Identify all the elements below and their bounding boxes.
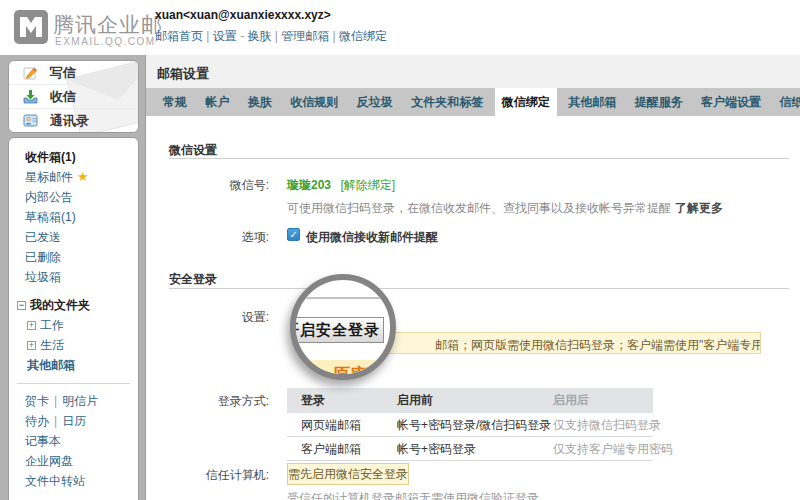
sidebar-item-announcements[interactable]: 内部公告	[9, 188, 138, 206]
compose-label: 写信	[50, 65, 76, 80]
nav-manage-mail[interactable]: 管理邮箱	[281, 29, 329, 43]
table-row: 客户端邮箱 帐号+密码登录 仅支持客户端专用密码	[287, 437, 653, 461]
inbox-label: 收信	[50, 89, 76, 104]
trusted-computer-note: 受信任的计算机登录邮箱无需使用微信验证登录	[287, 490, 539, 500]
tab-skin[interactable]: 换肤	[241, 88, 279, 116]
new-mail-notify-label: 使用微信接收新邮件提醒	[306, 229, 438, 246]
tab-wechat-binding[interactable]: 微信绑定	[495, 88, 557, 116]
security-login-heading: 安全登录	[169, 271, 217, 288]
nav-wechat-bind[interactable]: 微信绑定	[339, 29, 387, 43]
app-header: 腾讯企业邮 EXMAIL.QQ.COM xuan<xuan@xuanxiexxx…	[0, 0, 800, 55]
tab-stationery[interactable]: 信纸	[773, 88, 800, 116]
sidebar-item-greeting-cards: 贺卡|明信片	[9, 392, 138, 410]
col-header-before: 启用前	[397, 388, 553, 413]
sidebar-item-file-transfer[interactable]: 文件中转站	[9, 472, 138, 490]
sidebar-item-inbox[interactable]: 收件箱(1)	[9, 148, 138, 166]
security-tip-text: 邮箱；网页版需使用微信扫码登录；客户端需使用"客户端专用密码"登录	[435, 337, 761, 354]
contacts-label: 通讯录	[50, 113, 89, 128]
unbind-link[interactable]: [解除绑定]	[340, 178, 395, 192]
tab-general[interactable]: 常规	[156, 88, 194, 116]
sidebar-item-folder-work[interactable]: +工作	[9, 316, 138, 334]
sidebar-item-deleted[interactable]: 已删除	[9, 248, 138, 266]
tab-other-mailboxes[interactable]: 其他邮箱	[561, 88, 623, 116]
learn-more-link[interactable]: 了解更多	[675, 201, 723, 215]
calendar-link[interactable]: 日历	[62, 414, 86, 428]
tab-antispam[interactable]: 反垃圾	[350, 88, 400, 116]
sidebar-actions-box: 写信 收信 通讯录	[8, 60, 139, 133]
col-header-login: 登录	[287, 388, 397, 413]
security-tip-box: 邮箱；网页版需使用微信扫码登录；客户端需使用"客户端专用密码"登录	[341, 332, 761, 354]
table-row: 网页端邮箱 帐号+密码登录/微信扫码登录 仅支持微信扫码登录	[287, 413, 653, 437]
sidebar-divider	[17, 383, 130, 384]
section-divider	[169, 158, 789, 159]
todo-link[interactable]: 待办	[25, 414, 49, 428]
wechat-settings-heading: 微信设置	[169, 142, 217, 159]
wechat-id-label: 微信号:	[149, 177, 269, 194]
sidebar-item-folder-life[interactable]: +生活	[9, 336, 138, 354]
wechat-id-value: 璇璇203	[287, 178, 331, 192]
inbox-button[interactable]: 收信	[9, 85, 138, 109]
nav-separator: |	[329, 29, 339, 43]
settings-content: 微信设置 微信号: 璇璇203 [解除绑定] 可使用微信扫码登录，在微信收发邮件…	[145, 116, 800, 500]
login-methods-table: 登录 启用前 启用后 网页端邮箱 帐号+密码登录/微信扫码登录 仅支持微信扫码登…	[287, 388, 653, 461]
tab-client-settings[interactable]: 客户端设置	[694, 88, 768, 116]
tab-reminder-service[interactable]: 提醒服务	[628, 88, 690, 116]
nav-skin[interactable]: 换肤	[247, 29, 271, 43]
expand-icon[interactable]: +	[27, 321, 36, 330]
setting-label: 设置:	[149, 309, 269, 326]
options-label: 选项:	[149, 229, 269, 246]
wechat-id-row: 璇璇203 [解除绑定]	[287, 177, 395, 194]
main-title-strip: 邮箱设置	[145, 55, 800, 88]
greeting-card-link[interactable]: 贺卡	[25, 394, 49, 408]
page-title: 邮箱设置	[157, 65, 209, 83]
enable-secure-login-button[interactable]: 开启安全登录	[290, 317, 384, 343]
sidebar-item-sent[interactable]: 已发送	[9, 228, 138, 246]
header-nav: 邮箱首页 | 设置 - 换肤 | 管理邮箱 | 微信绑定	[155, 28, 387, 45]
login-methods-label: 登录方式:	[149, 393, 269, 410]
tab-mail-rules[interactable]: 收信规则	[283, 88, 345, 116]
sidebar-item-spam[interactable]: 垃圾箱	[9, 268, 138, 286]
nav-settings[interactable]: 设置	[213, 29, 237, 43]
inbox-icon	[23, 89, 38, 104]
table-header-row: 登录 启用前 启用后	[287, 388, 653, 413]
expand-icon[interactable]: +	[27, 341, 36, 350]
section-divider	[169, 288, 789, 289]
col-header-after: 启用后	[553, 388, 653, 413]
logo-subtitle: EXMAIL.QQ.COM	[55, 36, 156, 47]
magnifier-lens: 开启安全登录 用后，原密	[290, 274, 396, 380]
star-icon: ★	[77, 169, 89, 184]
contacts-button[interactable]: 通讯录	[9, 109, 138, 133]
sidebar-item-drafts[interactable]: 草稿箱(1)	[9, 208, 138, 226]
sidebar-item-other-mailboxes[interactable]: 其他邮箱	[9, 356, 138, 374]
nav-separator: |	[271, 29, 281, 43]
sidebar-folders-box: 收件箱(1) 星标邮件★ 内部公告 草稿箱(1) 已发送 已删除 垃圾箱 −我的…	[8, 137, 139, 500]
nav-separator: |	[203, 29, 213, 43]
wechat-description: 可使用微信扫码登录，在微信收发邮件、查找同事以及接收帐号异常提醒了解更多	[287, 200, 723, 217]
trusted-computer-notice: 需先启用微信安全登录	[287, 463, 409, 485]
sidebar-item-notebook[interactable]: 记事本	[9, 432, 138, 450]
postcard-link[interactable]: 明信片	[62, 394, 98, 408]
sidebar-item-todo-calendar: 待办|日历	[9, 412, 138, 430]
sidebar-item-my-folders[interactable]: −我的文件夹	[9, 296, 138, 314]
contacts-icon	[23, 113, 38, 128]
tab-folders-labels[interactable]: 文件夹和标签	[404, 88, 490, 116]
new-mail-notify-checkbox[interactable]	[287, 228, 300, 241]
logo-title: 腾讯企业邮	[53, 11, 163, 39]
tab-account[interactable]: 帐户	[198, 88, 236, 116]
magnified-divider	[296, 297, 396, 299]
settings-tabbar: 常规 帐户 换肤 收信规则 反垃圾 文件夹和标签 微信绑定 其他邮箱 提醒服务 …	[145, 88, 800, 116]
sidebar-item-netdisk[interactable]: 企业网盘	[9, 452, 138, 470]
user-account: xuan<xuan@xuanxiexxxx.xyz>	[155, 8, 331, 22]
app-window: 腾讯企业邮 EXMAIL.QQ.COM xuan<xuan@xuanxiexxx…	[0, 0, 800, 500]
exmail-logo-icon	[14, 10, 48, 44]
collapse-icon[interactable]: −	[17, 301, 26, 310]
trusted-computer-label: 信任计算机:	[149, 467, 269, 484]
sidebar-item-starred[interactable]: 星标邮件★	[9, 168, 138, 186]
compose-icon	[23, 65, 38, 80]
nav-separator: -	[237, 29, 248, 43]
compose-button[interactable]: 写信	[9, 61, 138, 85]
nav-mail-home[interactable]: 邮箱首页	[155, 29, 203, 43]
